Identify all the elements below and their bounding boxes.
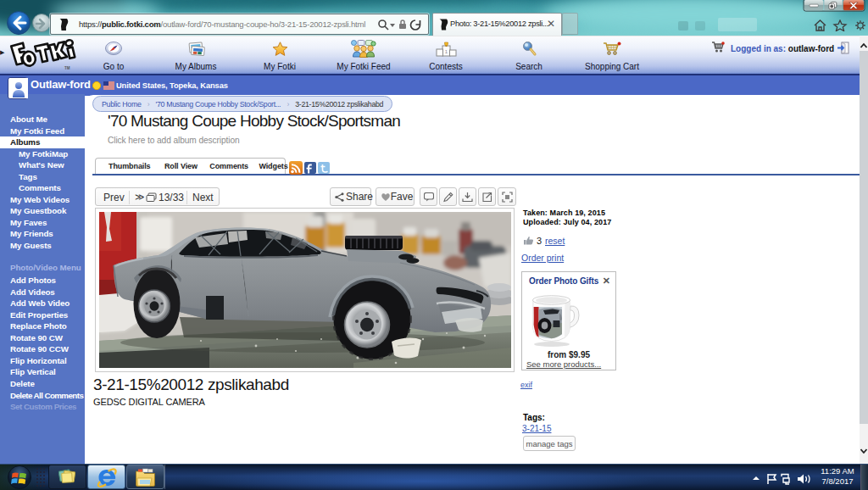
svg-text:TM: TM [64, 66, 70, 70]
